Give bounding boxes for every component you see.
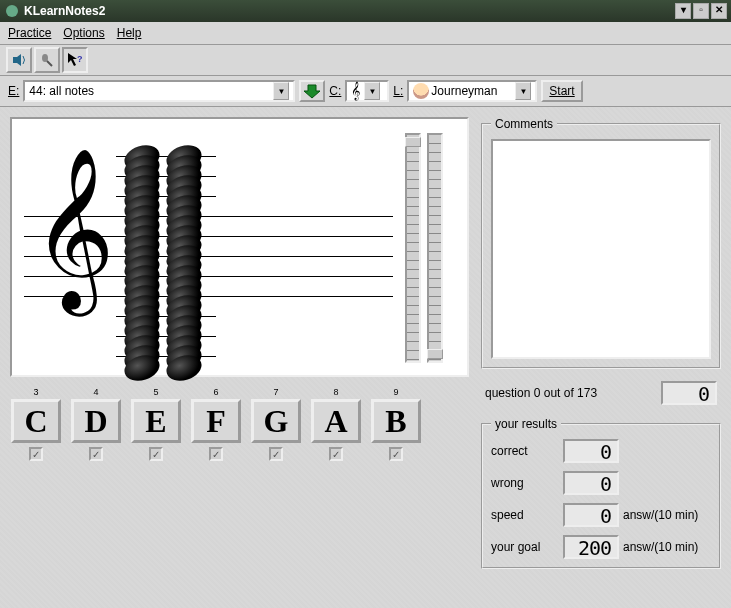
goal-value: 200	[563, 535, 619, 559]
minimize-button[interactable]: ▾	[675, 3, 691, 19]
note-enable-checkbox[interactable]: ✓	[89, 447, 103, 461]
hotkey-label: 8	[333, 387, 338, 397]
menu-options[interactable]: Options	[63, 26, 104, 40]
results-group: your results correct 0 wrong 0 speed 0 a…	[481, 417, 721, 569]
comments-legend: Comments	[491, 117, 557, 131]
note-button-c[interactable]: C	[11, 399, 61, 443]
note-column: 5E✓	[130, 387, 182, 461]
treble-clef-icon: 𝄞	[32, 159, 115, 299]
start-button[interactable]: Start	[541, 80, 582, 102]
start-label: Start	[549, 84, 574, 98]
note-buttons-row: 3C✓4D✓5E✓6F✓7G✓8A✓9B✓	[10, 387, 469, 465]
wrong-value: 0	[563, 471, 619, 495]
title-bar: KLearnNotes2 ▾ ▫ ✕	[0, 0, 731, 22]
close-button[interactable]: ✕	[711, 3, 727, 19]
menu-bar: Practice Options Help	[0, 22, 731, 45]
svg-point-0	[6, 5, 18, 17]
note-button-a[interactable]: A	[311, 399, 361, 443]
level-label: L:	[393, 84, 403, 98]
question-counter: 0	[661, 381, 717, 405]
menu-help[interactable]: Help	[117, 26, 142, 40]
correct-label: correct	[491, 444, 563, 458]
parameters-row: E: 44: all notes ▼ C: 𝄞 ▼ L: Journeyman …	[0, 76, 731, 107]
sound-button[interactable]	[6, 47, 32, 73]
mic-button[interactable]	[34, 47, 60, 73]
svg-line-3	[47, 61, 52, 66]
exercise-combo[interactable]: 44: all notes ▼	[23, 80, 295, 102]
chevron-down-icon: ▼	[364, 82, 380, 100]
exercise-label: E:	[8, 84, 19, 98]
hotkey-label: 9	[393, 387, 398, 397]
correct-value: 0	[563, 439, 619, 463]
note-button-f[interactable]: F	[191, 399, 241, 443]
note-button-d[interactable]: D	[71, 399, 121, 443]
hotkey-label: 7	[273, 387, 278, 397]
note-column: 3C✓	[10, 387, 62, 461]
staff-display: 𝄞	[10, 117, 469, 377]
svg-marker-6	[304, 85, 320, 98]
range-low-slider[interactable]	[427, 133, 443, 363]
menu-practice[interactable]: Practice	[8, 26, 51, 40]
note-button-g[interactable]: G	[251, 399, 301, 443]
note-enable-checkbox[interactable]: ✓	[149, 447, 163, 461]
arrow-down-icon	[303, 83, 321, 99]
note-column: 7G✓	[250, 387, 302, 461]
question-text: question 0 out of 173	[485, 386, 597, 400]
results-legend: your results	[491, 417, 561, 431]
exercise-value: 44: all notes	[29, 84, 94, 98]
cursor-help-icon: ?	[67, 52, 83, 68]
toolbar: ?	[0, 45, 731, 76]
svg-text:?: ?	[77, 54, 83, 64]
level-combo[interactable]: Journeyman ▼	[407, 80, 537, 102]
note-column: 4D✓	[70, 387, 122, 461]
note-column: 9B✓	[370, 387, 422, 461]
speed-unit: answ/(10 min)	[623, 508, 711, 522]
clef-label: C:	[329, 84, 341, 98]
window-title: KLearnNotes2	[24, 4, 105, 18]
level-value: Journeyman	[431, 84, 497, 98]
speed-value: 0	[563, 503, 619, 527]
svg-marker-4	[68, 53, 77, 66]
avatar-icon	[413, 83, 429, 99]
hotkey-label: 5	[153, 387, 158, 397]
wrong-label: wrong	[491, 476, 563, 490]
treble-clef-icon: 𝄞	[351, 82, 360, 100]
note-enable-checkbox[interactable]: ✓	[329, 447, 343, 461]
speed-label: speed	[491, 508, 563, 522]
note-button-b[interactable]: B	[371, 399, 421, 443]
chevron-down-icon: ▼	[515, 82, 531, 100]
note-button-e[interactable]: E	[131, 399, 181, 443]
whatsthis-button[interactable]: ?	[62, 47, 88, 73]
note-enable-checkbox[interactable]: ✓	[269, 447, 283, 461]
hotkey-label: 3	[33, 387, 38, 397]
maximize-button[interactable]: ▫	[693, 3, 709, 19]
hotkey-label: 4	[93, 387, 98, 397]
svg-point-2	[42, 54, 48, 62]
range-high-slider[interactable]	[405, 133, 421, 363]
comments-box	[491, 139, 711, 359]
note-column: 6F✓	[190, 387, 242, 461]
chevron-down-icon: ▼	[273, 82, 289, 100]
note-enable-checkbox[interactable]: ✓	[29, 447, 43, 461]
clef-combo[interactable]: 𝄞 ▼	[345, 80, 389, 102]
hotkey-label: 6	[213, 387, 218, 397]
goal-unit: answ/(10 min)	[623, 540, 711, 554]
note-enable-checkbox[interactable]: ✓	[389, 447, 403, 461]
mic-icon	[39, 52, 55, 68]
comments-group: Comments	[481, 117, 721, 369]
goal-label: your goal	[491, 540, 563, 554]
speaker-icon	[11, 52, 27, 68]
exercise-go-button[interactable]	[299, 80, 325, 102]
note-enable-checkbox[interactable]: ✓	[209, 447, 223, 461]
app-icon	[4, 3, 20, 19]
svg-marker-1	[13, 54, 21, 66]
note-column: 8A✓	[310, 387, 362, 461]
